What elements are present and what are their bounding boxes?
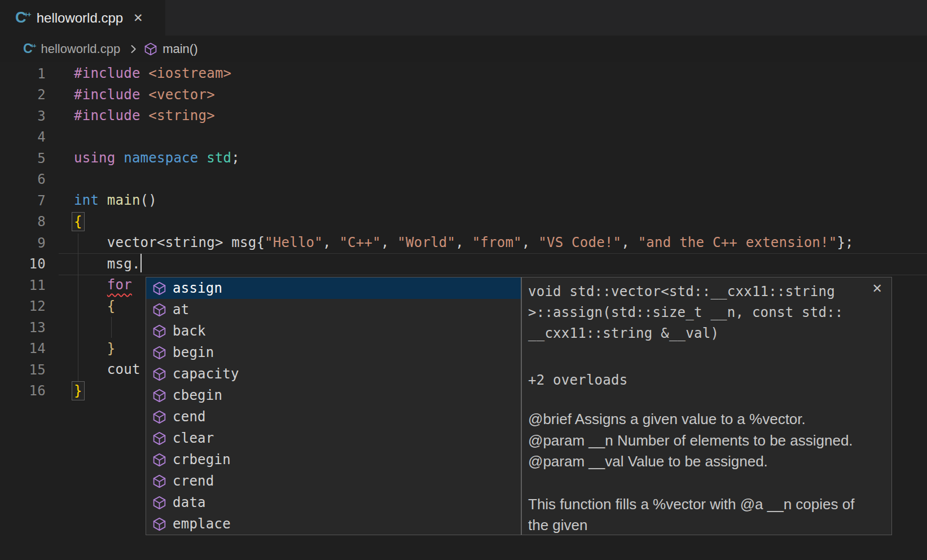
code-token: namespace bbox=[124, 150, 198, 166]
symbol-method-icon bbox=[152, 453, 166, 467]
line-number[interactable]: 15 bbox=[0, 362, 46, 378]
code-line: 1 #include <iostream> bbox=[0, 63, 927, 85]
code-line-content[interactable]: int main() bbox=[74, 190, 157, 211]
code-token bbox=[74, 298, 107, 314]
line-number[interactable]: 3 bbox=[0, 108, 46, 124]
suggest-item-label: at bbox=[173, 302, 189, 318]
suggest-item[interactable]: assign bbox=[146, 277, 521, 299]
line-number[interactable]: 6 bbox=[0, 171, 46, 187]
line-number[interactable]: 16 bbox=[0, 383, 46, 399]
code-line-content[interactable]: #include <vector> bbox=[74, 85, 215, 106]
code-token: } bbox=[72, 381, 85, 400]
code-line-content[interactable]: { bbox=[74, 296, 116, 318]
code-line-content[interactable]: msg. bbox=[74, 254, 142, 275]
code-line: 9 vector<string> msg{"Hello", "C++", "Wo… bbox=[0, 232, 927, 254]
suggest-item-label: cend bbox=[173, 409, 206, 425]
code-line-content[interactable]: { bbox=[74, 211, 85, 233]
code-token: "from" bbox=[472, 235, 522, 250]
code-token: cout bbox=[74, 361, 140, 377]
code-token: { bbox=[107, 298, 116, 314]
code-token: using bbox=[74, 150, 116, 166]
suggest-item-label: crbegin bbox=[173, 452, 231, 468]
code-token: , bbox=[522, 235, 538, 250]
code-token: }; bbox=[837, 235, 853, 250]
suggest-item[interactable]: cbegin bbox=[146, 385, 521, 406]
line-number[interactable]: 5 bbox=[0, 151, 46, 166]
code-token: , bbox=[381, 235, 397, 250]
suggest-item[interactable]: back bbox=[146, 320, 521, 342]
code-token: } bbox=[107, 341, 116, 356]
close-icon[interactable]: ✕ bbox=[872, 283, 882, 295]
breadcrumb-file[interactable]: helloworld.cpp bbox=[41, 42, 120, 56]
code-token: "Hello" bbox=[265, 235, 323, 250]
code-token: main bbox=[107, 192, 140, 208]
suggest-item[interactable]: crend bbox=[146, 470, 521, 492]
line-number[interactable]: 7 bbox=[0, 193, 46, 209]
code-token bbox=[74, 277, 107, 293]
symbol-method-icon bbox=[152, 303, 166, 317]
code-token: "and the C++ extension!" bbox=[638, 235, 837, 250]
doc-line: @brief Assigns a given value to a %vecto… bbox=[528, 409, 869, 430]
code-line-content[interactable]: using namespace std; bbox=[74, 148, 240, 169]
line-number[interactable]: 14 bbox=[0, 341, 46, 356]
line-number[interactable]: 12 bbox=[0, 298, 46, 314]
code-token: "C++" bbox=[339, 235, 381, 250]
suggest-item[interactable]: begin bbox=[146, 342, 521, 363]
line-number[interactable]: 8 bbox=[0, 214, 46, 230]
code-token: std bbox=[207, 150, 231, 166]
breadcrumb-symbol[interactable]: main() bbox=[162, 42, 197, 56]
symbol-method-icon bbox=[152, 496, 166, 510]
code-token: , bbox=[323, 235, 339, 250]
line-number[interactable]: 9 bbox=[0, 235, 46, 251]
doc-meta-block: @brief Assigns a given value to a %vecto… bbox=[528, 409, 869, 473]
doc-body-line: the given bbox=[528, 515, 869, 535]
doc-body-block: This function fills a %vector with @a __… bbox=[528, 494, 869, 535]
code-line: 3 #include <string> bbox=[0, 105, 927, 127]
symbol-method-icon bbox=[152, 346, 166, 360]
chevron-right-icon bbox=[128, 43, 139, 55]
code-line-content[interactable]: } bbox=[74, 381, 85, 402]
intellisense-suggest-widget: assign at back begin capacity cbegin bbox=[146, 277, 892, 535]
code-token: "World" bbox=[397, 235, 455, 250]
code-line-content[interactable]: cout bbox=[74, 359, 140, 381]
tab-close-icon[interactable]: ✕ bbox=[133, 12, 143, 24]
line-number[interactable]: 1 bbox=[0, 66, 46, 82]
line-number[interactable]: 10 bbox=[0, 256, 46, 272]
suggest-item[interactable]: emplace bbox=[146, 513, 521, 535]
suggest-item[interactable]: clear bbox=[146, 427, 521, 449]
suggest-item[interactable]: crbegin bbox=[146, 449, 521, 470]
line-number[interactable]: 13 bbox=[0, 320, 46, 336]
tab-helloworld-cpp[interactable]: C++ helloworld.cpp ✕ bbox=[0, 0, 165, 36]
overloads-label: +2 overloads bbox=[528, 370, 869, 391]
symbol-method-icon bbox=[152, 367, 166, 381]
code-token: msg. bbox=[74, 256, 140, 272]
code-token: <iostream> bbox=[148, 65, 231, 81]
code-token bbox=[140, 65, 149, 81]
suggest-item[interactable]: data bbox=[146, 492, 521, 513]
line-number[interactable]: 11 bbox=[0, 277, 46, 293]
doc-body-line: This function fills a %vector with @a __… bbox=[528, 494, 869, 515]
code-token bbox=[199, 150, 207, 166]
code-token bbox=[140, 108, 149, 124]
suggest-item[interactable]: at bbox=[146, 299, 521, 320]
code-line-content[interactable]: #include <iostream> bbox=[74, 63, 231, 85]
suggest-item[interactable]: capacity bbox=[146, 363, 521, 385]
code-line-content[interactable]: #include <string> bbox=[74, 105, 215, 127]
line-number[interactable]: 2 bbox=[0, 87, 46, 103]
suggest-item[interactable]: cend bbox=[146, 406, 521, 427]
signature-line: void std::vector<std::__cxx11::string bbox=[528, 281, 869, 302]
line-number[interactable]: 4 bbox=[0, 129, 46, 145]
code-line: 5 using namespace std; bbox=[0, 148, 927, 169]
code-token: { bbox=[72, 212, 85, 231]
signature-line: >::assign(std::size_t __n, const std:: bbox=[528, 302, 869, 323]
symbol-method-icon bbox=[152, 281, 166, 296]
suggest-item-label: begin bbox=[173, 345, 214, 360]
doc-line: @param __val Value to be assigned. bbox=[528, 451, 869, 473]
code-line-content[interactable]: vector<string> msg{"Hello", "C++", "Worl… bbox=[74, 232, 854, 254]
code-token bbox=[74, 341, 107, 356]
code-token: #include bbox=[74, 87, 140, 103]
code-line-content[interactable]: for bbox=[74, 275, 132, 296]
code-line-content[interactable]: } bbox=[74, 338, 116, 360]
doc-line: @param __n Number of elements to be assi… bbox=[528, 430, 869, 452]
code-line: 10 msg. bbox=[0, 254, 927, 275]
